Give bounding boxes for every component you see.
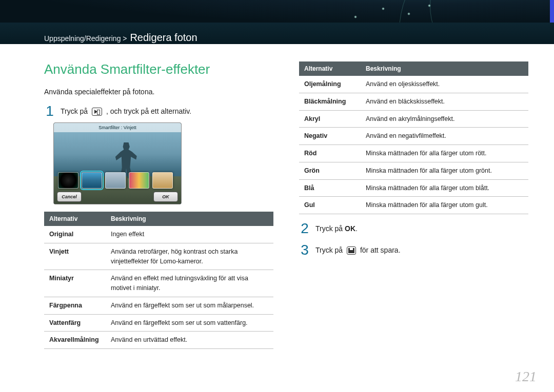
step-2-bold: OK [345,224,355,233]
left-column: Använda Smartfilter-effekter Använda spe… [44,61,273,382]
thumb-original[interactable] [58,172,78,189]
table-row: MiniatyrAnvänd en effekt med lutningsväx… [44,270,273,297]
table-row: AkvarellmålningAnvänd en urtvättad effek… [44,332,273,349]
header-decor [0,0,554,23]
step-3-text-b: för att spara. [360,246,401,254]
table-header-desc: Beskrivning [106,212,273,226]
step-number: 1 [44,104,55,118]
camera-screenshot: Smartfilter : Vinjett Cancel OK [53,122,182,204]
filter-thumbnails [58,172,173,189]
cancel-button[interactable]: Cancel [57,192,82,202]
table-header-alt: Alternativ [299,61,361,76]
step-3: 3 Tryck på för att spara. [299,243,528,257]
table-row: AkrylAnvänd en akrylmålningseffekt. [299,110,528,128]
save-icon [347,246,356,255]
table-row: BlåMinska mättnaden för alla färger utom… [299,179,528,197]
page-number: 121 [515,368,537,385]
step-2-text-a: Tryck på [315,224,343,233]
step-number: 3 [299,243,310,257]
table-row: VinjettAnvända retrofärger, hög kontrast… [44,243,273,270]
breadcrumb-parent: Uppspelning/Redigering > [44,34,127,43]
effects-table-1: Alternativ Beskrivning OriginalIngen eff… [44,212,273,349]
table-row: VattenfärgAnvänd en färgeffekt som ser u… [44,314,273,332]
thumb-4[interactable] [129,172,149,189]
step-1-text-a: Tryck på [61,107,88,115]
table-row: GulMinska mättnaden för alla färger utom… [299,197,528,214]
step-1-text-b: , och tryck på ett alternativ. [106,107,191,115]
step-3-text-a: Tryck på [315,246,343,254]
thumb-vinjett[interactable] [82,172,102,189]
step-2-text-c: . [355,224,358,233]
side-tab [550,0,554,23]
table-row: NegativAnvänd en negativfilmeffekt. [299,128,528,145]
effects-table-2: Alternativ Beskrivning OljemålningAnvänd… [299,61,528,214]
table-row: RödMinska mättnaden för alla färger utom… [299,145,528,162]
table-row: BläckmålningAnvänd en bläckskisseffekt. [299,93,528,110]
breadcrumb: Uppspelning/Redigering > Redigera foton [44,32,197,44]
thumb-3[interactable] [105,172,126,189]
step-number: 2 [299,221,310,236]
ok-button[interactable]: OK [153,192,178,202]
table-header-desc: Beskrivning [361,61,528,76]
screenshot-header: Smartfilter : Vinjett [54,123,181,132]
section-title: Använda Smartfilter-effekter [44,61,273,77]
table-header-alt: Alternativ [44,212,106,226]
table-row: OriginalIngen effekt [44,226,273,243]
right-column: Alternativ Beskrivning OljemålningAnvänd… [299,61,528,382]
intro-text: Använda specialeffekter på fotona. [44,88,273,96]
table-row: OljemålningAnvänd en oljeskisseffekt. [299,76,528,93]
table-row: FärgpennaAnvänd en färgeffekt som ser ut… [44,297,273,314]
table-row: GrönMinska mättnaden för alla färger uto… [299,162,528,179]
step-1: 1 Tryck på , och tryck på ett alternativ… [44,104,273,118]
page-content: Använda Smartfilter-effekter Använda spe… [0,44,554,392]
thumb-5[interactable] [152,172,173,189]
breadcrumb-title: Redigera foton [130,32,197,43]
filter-icon [92,108,102,116]
step-2: 2 Tryck på OK. [299,221,528,236]
